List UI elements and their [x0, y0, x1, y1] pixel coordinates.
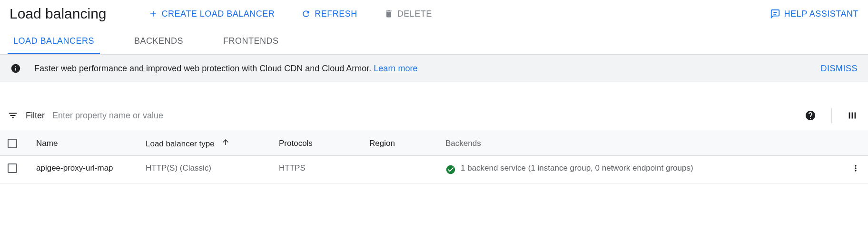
- table-row[interactable]: apigee-proxy-url-map HTTP(S) (Classic) H…: [0, 156, 868, 183]
- lb-backends: 1 backend service (1 instance group, 0 n…: [461, 163, 693, 173]
- tab-frontends[interactable]: FRONTENDS: [217, 29, 285, 54]
- chat-icon: [770, 9, 780, 19]
- divider: [831, 108, 832, 123]
- info-icon: [10, 63, 21, 74]
- filter-help-button[interactable]: [802, 107, 819, 124]
- learn-more-link[interactable]: Learn more: [374, 64, 417, 73]
- column-header-type[interactable]: Load balancer type: [138, 131, 271, 156]
- lb-name[interactable]: apigee-proxy-url-map: [29, 156, 138, 183]
- filter-label: Filter: [26, 111, 45, 121]
- lb-region: [362, 156, 438, 183]
- more-actions-icon[interactable]: [851, 163, 860, 173]
- load-balancers-table: Name Load balancer type Protocols Region…: [0, 131, 868, 183]
- help-label: HELP ASSISTANT: [784, 9, 858, 19]
- type-header-text: Load balancer type: [146, 139, 215, 148]
- delete-label: DELETE: [397, 9, 432, 19]
- dismiss-button[interactable]: DISMISS: [820, 64, 858, 74]
- columns-icon: [847, 110, 858, 121]
- trash-icon: [384, 9, 394, 19]
- filter-icon: [8, 110, 18, 121]
- banner-message: Faster web performance and improved web …: [34, 64, 374, 73]
- help-assistant-button[interactable]: HELP ASSISTANT: [770, 9, 858, 19]
- lb-protocols: HTTPS: [271, 156, 362, 183]
- column-header-protocols[interactable]: Protocols: [271, 131, 362, 156]
- column-header-name[interactable]: Name: [29, 131, 138, 156]
- create-label: CREATE LOAD BALANCER: [162, 9, 275, 19]
- help-icon: [805, 110, 816, 121]
- refresh-label: REFRESH: [315, 9, 357, 19]
- sort-ascending-icon: [221, 138, 230, 149]
- page-title: Load balancing: [10, 6, 107, 22]
- filter-bar: Filter: [0, 100, 868, 131]
- tabs: LOAD BALANCERS BACKENDS FRONTENDS: [0, 29, 868, 55]
- lb-type: HTTP(S) (Classic): [138, 156, 271, 183]
- select-all-checkbox[interactable]: [8, 139, 17, 148]
- column-header-region[interactable]: Region: [362, 131, 438, 156]
- column-display-button[interactable]: [844, 107, 860, 124]
- tab-load-balancers[interactable]: LOAD BALANCERS: [8, 29, 100, 54]
- refresh-button[interactable]: REFRESH: [297, 6, 361, 22]
- tab-backends[interactable]: BACKENDS: [128, 29, 189, 54]
- create-load-balancer-button[interactable]: CREATE LOAD BALANCER: [145, 6, 279, 22]
- column-header-backends[interactable]: Backends: [438, 131, 820, 156]
- row-checkbox[interactable]: [8, 163, 17, 173]
- refresh-icon: [301, 9, 311, 19]
- delete-button: DELETE: [380, 6, 436, 22]
- info-banner: Faster web performance and improved web …: [0, 55, 868, 82]
- table-header-row: Name Load balancer type Protocols Region…: [0, 131, 868, 156]
- check-circle-icon: [445, 164, 456, 175]
- banner-text: Faster web performance and improved web …: [34, 64, 417, 74]
- filter-input[interactable]: [52, 111, 794, 121]
- plus-icon: [148, 9, 158, 19]
